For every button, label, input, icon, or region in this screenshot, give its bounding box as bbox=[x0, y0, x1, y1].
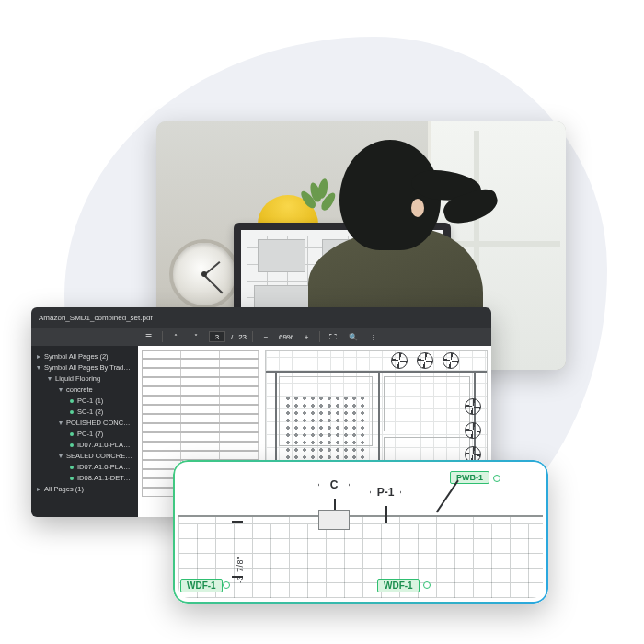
callout-tag: WDF-1 bbox=[180, 579, 223, 592]
outline-node[interactable]: SC-1 (2) bbox=[35, 407, 132, 418]
outline-node[interactable]: ▾POLISHED CONCRETE (7) bbox=[35, 418, 132, 429]
brick-hatch bbox=[178, 515, 543, 598]
more-menu-icon[interactable]: ⋮ bbox=[366, 330, 381, 343]
outline-node[interactable]: ▾Liquid Flooring bbox=[35, 374, 132, 385]
outline-node[interactable]: ID07.A1.0-PLAN(07) bbox=[35, 440, 132, 451]
fit-page-icon[interactable]: ⛶ bbox=[326, 330, 340, 343]
dimension-label: -3 7/8" bbox=[236, 556, 245, 583]
outline-node[interactable]: ▸All Pages (1) bbox=[35, 484, 132, 495]
plan-detail-card: PWB-1 C P-1 -3 7/8" WDF-1 WDF-1 bbox=[173, 460, 548, 604]
zoom-out-icon[interactable]: − bbox=[259, 330, 273, 343]
zoom-in-icon[interactable]: + bbox=[299, 330, 314, 343]
page-prev-icon[interactable]: ˄ bbox=[168, 330, 183, 343]
grid-bubble: C bbox=[318, 471, 350, 499]
outline-node[interactable]: ID07.A1.0-PLAN(07) bbox=[35, 462, 132, 473]
leader-dot-icon bbox=[493, 475, 500, 482]
page-next-icon[interactable]: ˅ bbox=[189, 330, 203, 343]
outline-node[interactable]: ▸Symbol All Pages (2) bbox=[35, 351, 132, 362]
search-icon[interactable]: 🔍 bbox=[346, 330, 361, 343]
leader-dot-icon bbox=[423, 581, 431, 589]
outline-node[interactable]: ▾concrete bbox=[35, 385, 132, 396]
ceiling-fan-icon bbox=[465, 398, 481, 415]
leader-line bbox=[385, 506, 387, 523]
outline-node[interactable]: ▾Symbol All Pages By Trade & Symbol (16) bbox=[35, 362, 132, 374]
column-symbol bbox=[318, 510, 350, 530]
zoom-level: 69% bbox=[279, 333, 293, 341]
outline-node[interactable]: PC-1 (1) bbox=[35, 396, 132, 407]
pdf-toolbar: ☰ ˄ ˅ 3 / 23 − 69% + ⛶ 🔍 ⋮ bbox=[31, 328, 491, 346]
outline-node[interactable]: ID08.A1.1-DETAIL(07) bbox=[35, 473, 132, 484]
dim-tick-icon bbox=[232, 521, 243, 523]
ceiling-fan-icon bbox=[465, 422, 481, 439]
page-total: 23 bbox=[238, 333, 247, 341]
pdf-filename: Amazon_SMD1_combined_set.pdf bbox=[39, 314, 153, 322]
sidebar-toggle-icon[interactable]: ☰ bbox=[142, 330, 156, 343]
pdf-titlebar: Amazon_SMD1_combined_set.pdf bbox=[31, 307, 491, 328]
ceiling-fan-icon bbox=[417, 352, 433, 369]
page-sep: / bbox=[231, 333, 233, 341]
outline-node[interactable]: PC-1 (7) bbox=[35, 429, 132, 440]
ceiling-fan-icon bbox=[443, 352, 459, 369]
wall-clock bbox=[169, 239, 239, 309]
leader-dot-icon bbox=[223, 581, 230, 589]
outline-node[interactable]: ▾SEALED CONCRETE (7) bbox=[35, 451, 132, 462]
pdf-outline-panel[interactable]: ▸Symbol All Pages (2) ▾Symbol All Pages … bbox=[31, 346, 138, 517]
ceiling-fan-icon bbox=[391, 352, 408, 369]
grid-bubble: P-1 bbox=[370, 478, 401, 506]
page-current-input[interactable]: 3 bbox=[209, 331, 225, 342]
leader-line bbox=[435, 480, 458, 513]
callout-tag: WDF-1 bbox=[377, 579, 420, 592]
